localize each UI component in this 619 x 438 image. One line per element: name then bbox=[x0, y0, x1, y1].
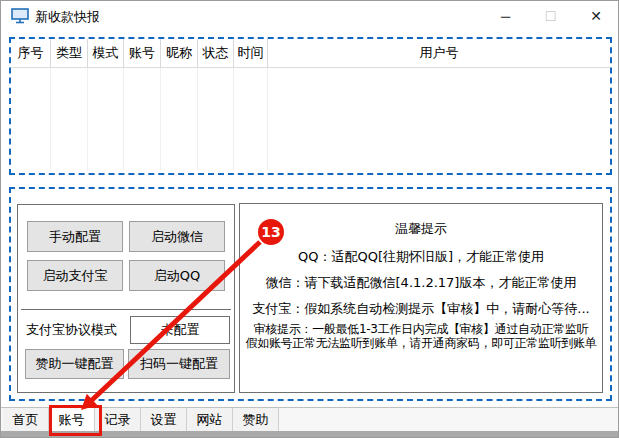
tips-title: 温馨提示 bbox=[240, 220, 602, 238]
column-header[interactable]: 用户号 bbox=[268, 39, 610, 67]
tab-home[interactable]: 首页 bbox=[3, 408, 49, 431]
account-list-panel: 序号类型模式账号昵称状态时间用户号 bbox=[9, 37, 612, 175]
table-header: 序号类型模式账号昵称状态时间用户号 bbox=[11, 39, 610, 68]
launch-config-group: 手动配置 启动微信 启动支付宝 启动QQ 支付宝协议模式 未配置 赞助一键配置 … bbox=[17, 204, 235, 393]
tips-line-review2: 假如账号正常无法监听到账单，请开通商家码，即可正常监听到账单 bbox=[240, 335, 602, 352]
body-column-line bbox=[197, 68, 198, 170]
app-window: 新收款快报 ─ ☐ ✕ 序号类型模式账号昵称状态时间用户号 手动配置 启动微信 … bbox=[0, 0, 619, 438]
maximize-button[interactable]: ☐ bbox=[528, 1, 573, 31]
column-header[interactable]: 类型 bbox=[51, 39, 88, 67]
column-header[interactable]: 模式 bbox=[88, 39, 124, 67]
alipay-protocol-status[interactable]: 未配置 bbox=[130, 316, 230, 344]
close-button[interactable]: ✕ bbox=[573, 1, 619, 31]
body-column-line bbox=[267, 68, 268, 170]
tab-records[interactable]: 记录 bbox=[95, 408, 141, 431]
sponsor-config-button[interactable]: 赞助一键配置 bbox=[25, 349, 124, 379]
window-bottom-strip bbox=[1, 431, 618, 438]
body-column-line bbox=[123, 68, 124, 170]
column-header[interactable]: 序号 bbox=[11, 39, 51, 67]
minimize-button[interactable]: ─ bbox=[483, 1, 528, 31]
tips-line-wechat: 微信：请下载适配微信[4.1.2.17]版本，才能正常使用 bbox=[240, 274, 602, 292]
tips-line-alipay: 支付宝：假如系统自动检测提示【审核】中，请耐心等待... bbox=[240, 300, 602, 318]
body-column-line bbox=[50, 68, 51, 170]
tab-settings[interactable]: 设置 bbox=[141, 408, 187, 431]
start-alipay-button[interactable]: 启动支付宝 bbox=[27, 260, 123, 291]
titlebar: 新收款快报 ─ ☐ ✕ bbox=[1, 1, 618, 31]
manual-config-button[interactable]: 手动配置 bbox=[27, 221, 123, 252]
group-divider bbox=[21, 309, 231, 310]
column-header[interactable]: 状态 bbox=[198, 39, 234, 67]
bottom-tabbar: 首页账号记录设置网站赞助 bbox=[1, 407, 618, 431]
column-header[interactable]: 账号 bbox=[124, 39, 161, 67]
column-header[interactable]: 昵称 bbox=[161, 39, 198, 67]
window-title: 新收款快报 bbox=[35, 8, 100, 26]
tab-account[interactable]: 账号 bbox=[49, 408, 95, 431]
column-header[interactable]: 时间 bbox=[234, 39, 268, 67]
tips-group: 温馨提示 QQ：适配QQ[往期怀旧版]，才能正常使用 微信：请下载适配微信[4.… bbox=[239, 203, 603, 393]
alipay-protocol-label: 支付宝协议模式 bbox=[26, 321, 117, 339]
tips-line-qq: QQ：适配QQ[往期怀旧版]，才能正常使用 bbox=[240, 248, 602, 266]
start-wechat-button[interactable]: 启动微信 bbox=[129, 221, 225, 252]
body-column-line bbox=[233, 68, 234, 170]
tab-website[interactable]: 网站 bbox=[187, 408, 233, 431]
body-column-line bbox=[160, 68, 161, 170]
scan-config-button[interactable]: 扫码一键配置 bbox=[128, 349, 230, 379]
app-monitor-icon bbox=[11, 8, 29, 24]
body-column-line bbox=[87, 68, 88, 170]
tab-sponsor[interactable]: 赞助 bbox=[233, 408, 279, 431]
start-qq-button[interactable]: 启动QQ bbox=[129, 260, 225, 291]
